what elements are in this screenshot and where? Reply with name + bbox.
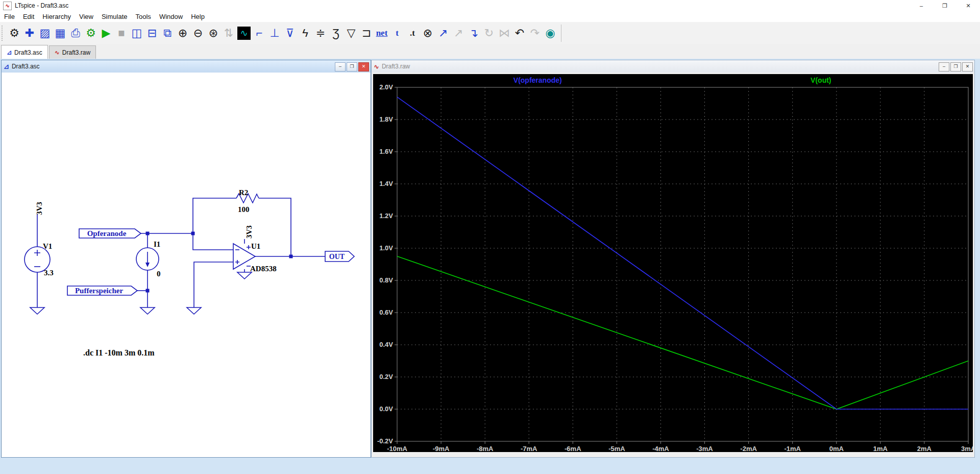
undo-icon[interactable]: ↶ <box>512 24 527 42</box>
component-icon[interactable]: ⊐ <box>359 24 374 42</box>
menu-tools[interactable]: Tools <box>132 12 155 21</box>
spice-directive-text[interactable]: .dc I1 -10m 3m 0.1m <box>83 348 155 357</box>
ltspice-app: ∿ LTspice - Draft3.asc – ❐ ✕ FileEditHie… <box>0 0 980 474</box>
u1-part-number[interactable]: AD8538 <box>250 265 277 273</box>
close-button[interactable]: ✕ <box>358 62 369 72</box>
net-label-pufferspeicher[interactable]: Pufferspeicher <box>75 287 123 295</box>
ground-symbol[interactable] <box>187 307 201 314</box>
y-axis-label: 1.0V <box>379 244 393 252</box>
trace-v-out-[interactable] <box>397 256 968 409</box>
diode-icon[interactable]: ▽ <box>344 24 359 42</box>
spice-directive-icon[interactable]: .t <box>405 24 420 42</box>
u1-name[interactable]: U1 <box>251 242 260 250</box>
tab-draft3-asc[interactable]: ⊿Draft3.asc <box>1 45 48 59</box>
schematic-canvas[interactable]: 3V3 V1 3.3 Opferanode I1 0 Pufferspeiche… <box>2 73 370 457</box>
x-axis-label: -2mA <box>740 445 757 452</box>
open-icon[interactable]: ▨ <box>37 24 53 42</box>
ground-symbol[interactable] <box>30 307 44 314</box>
text-tool-icon[interactable]: t <box>389 24 405 42</box>
waveform-pane[interactable]: -10mA-9mA-8mA-7mA-6mA-5mA-4mA-3mA-2mA-1m… <box>373 74 973 452</box>
ground-symbol[interactable] <box>140 307 155 314</box>
menu-edit[interactable]: Edit <box>19 12 38 21</box>
net-label-opferanode[interactable]: Opferanode <box>87 229 127 238</box>
waveform-window-icon: ∿ <box>374 63 379 70</box>
zoom-full-extents-icon[interactable]: ⊛ <box>206 24 221 42</box>
menu-hierarchy[interactable]: Hierarchy <box>38 12 75 21</box>
waveform-plot[interactable]: -10mA-9mA-8mA-7mA-6mA-5mA-4mA-3mA-2mA-1m… <box>373 74 973 452</box>
app-maximize-button[interactable]: ❐ <box>933 0 957 11</box>
control-panel-icon[interactable]: ⚙ <box>7 24 22 42</box>
u1-rail-label[interactable]: 3V3 <box>245 225 253 239</box>
print-icon[interactable]: ⎙ <box>68 24 83 42</box>
cut-icon[interactable]: ⊗ <box>420 24 435 42</box>
trace-label-v-opferanode-[interactable]: V(opferanode) <box>513 76 562 84</box>
opamp-vplus-sign <box>247 245 251 249</box>
menu-help[interactable]: Help <box>187 12 209 21</box>
y-axis-label: 1.8V <box>379 115 393 123</box>
paste-icon[interactable]: ↻ <box>481 24 497 42</box>
inductor-icon[interactable]: Ʒ <box>328 24 344 42</box>
app-minimize-button[interactable]: – <box>910 0 933 11</box>
i1-value[interactable]: 0 <box>157 270 161 278</box>
close-button[interactable]: ✕ <box>962 62 973 72</box>
y-axis-label: 0.0V <box>379 405 393 413</box>
toolbar: ⚙✚▨▦⎙⚙▶■◫⊟⧉⊕⊖⊛⇅∿⌐⊥⊽ϟ≑Ʒ▽⊐nett.t⊗↗↗↴↻⋈↶↷◉ <box>0 22 980 44</box>
zoom-previous-icon[interactable]: ⇅ <box>221 24 236 42</box>
v1-name[interactable]: V1 <box>43 242 52 250</box>
run-icon[interactable]: ▶ <box>99 24 114 42</box>
menu-file[interactable]: File <box>0 12 19 21</box>
waveform-window-titlebar[interactable]: ∿ Draft3.raw – ❐ ✕ <box>372 60 974 73</box>
copy-icon[interactable]: ↗ <box>435 24 451 42</box>
wire-icon[interactable]: ⌐ <box>252 24 267 42</box>
schematic-drawing[interactable]: 3V3 V1 3.3 Opferanode I1 0 Pufferspeiche… <box>2 73 370 457</box>
maximize-button[interactable]: ❐ <box>347 62 357 72</box>
find-icon[interactable]: ↗ <box>451 24 466 42</box>
waveform-pane-footer <box>373 452 973 457</box>
zoom-out-icon[interactable]: ⊖ <box>190 24 206 42</box>
ground-symbol[interactable] <box>237 272 252 279</box>
drag-icon[interactable]: ↴ <box>466 24 481 42</box>
maximize-button[interactable]: ❐ <box>950 62 961 72</box>
tile-horizontal-icon[interactable]: ⊟ <box>144 24 160 42</box>
ground-icon[interactable]: ⊥ <box>267 24 282 42</box>
v1-rail-label[interactable]: 3V3 <box>35 202 43 215</box>
capacitor-icon[interactable]: ≑ <box>313 24 328 42</box>
wire[interactable] <box>193 233 233 250</box>
wire[interactable] <box>194 262 233 307</box>
toolbar-grip <box>2 26 5 41</box>
view-waveform-icon[interactable]: ∿ <box>237 27 251 40</box>
menu-simulate[interactable]: Simulate <box>97 12 132 21</box>
tile-vertical-icon[interactable]: ◫ <box>129 24 144 42</box>
save-icon[interactable]: ▦ <box>53 24 68 42</box>
schematic-tab-icon: ⊿ <box>7 49 12 56</box>
trace-v-opferanode-[interactable] <box>397 97 968 409</box>
mirror-icon[interactable]: ⋈ <box>497 24 512 42</box>
resistor-icon[interactable]: ϟ <box>298 24 313 42</box>
redo-icon[interactable]: ↷ <box>527 24 543 42</box>
net-label-out[interactable]: OUT <box>329 253 345 260</box>
minimize-button[interactable]: – <box>939 62 949 72</box>
schematic-window: ⊿ Draft3.asc – ❐ ✕ <box>1 60 371 458</box>
y-axis-label: 0.6V <box>379 309 393 316</box>
edit-simulation-cmd-icon[interactable]: ⚙ <box>83 24 99 42</box>
r2-value[interactable]: 100 <box>238 205 250 214</box>
cascade-windows-icon[interactable]: ⧉ <box>160 24 175 42</box>
opamp-noninverting-input-sign <box>235 260 239 264</box>
zoom-area-icon[interactable]: ◉ <box>543 24 558 42</box>
i1-name[interactable]: I1 <box>154 240 160 248</box>
menu-window[interactable]: Window <box>155 12 187 21</box>
app-titlebar: ∿ LTspice - Draft3.asc – ❐ ✕ <box>0 0 980 11</box>
r2-name[interactable]: R2 <box>239 188 248 197</box>
new-schematic-icon[interactable]: ✚ <box>22 24 37 42</box>
tab-draft3-raw[interactable]: ∿Draft3.raw <box>49 45 96 59</box>
label-net-icon[interactable]: ⊽ <box>282 24 298 42</box>
zoom-in-icon[interactable]: ⊕ <box>175 24 190 42</box>
spice-netlist-icon[interactable]: net <box>374 24 389 42</box>
schematic-window-titlebar[interactable]: ⊿ Draft3.asc – ❐ ✕ <box>2 60 371 73</box>
trace-label-v-out-[interactable]: V(out) <box>811 76 831 84</box>
app-close-button[interactable]: ✕ <box>957 0 980 11</box>
minimize-button[interactable]: – <box>335 62 346 72</box>
menu-view[interactable]: View <box>75 12 97 21</box>
halt-icon[interactable]: ■ <box>114 24 129 42</box>
v1-value[interactable]: 3.3 <box>44 269 54 277</box>
